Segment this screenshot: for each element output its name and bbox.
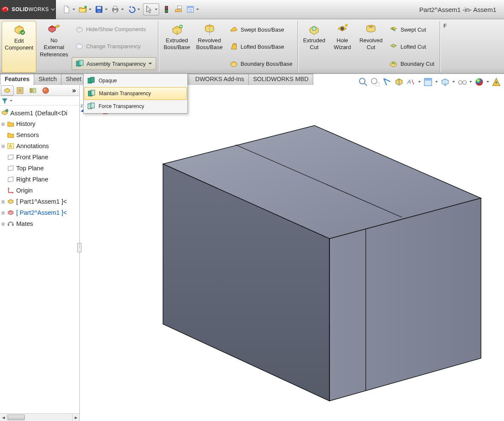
revolved-boss-button[interactable]: Revolved Boss/Base xyxy=(194,21,225,73)
view-settings-button[interactable] xyxy=(491,77,501,87)
chevron-down-icon[interactable] xyxy=(154,8,158,11)
edit-component-button[interactable]: Edit Component xyxy=(2,21,36,73)
tree-label: Mates xyxy=(16,220,33,227)
tree-item-origin[interactable]: Origin xyxy=(1,185,79,196)
apply-scene-button[interactable] xyxy=(474,77,484,87)
chevron-down-icon[interactable] xyxy=(196,8,199,11)
zoom-area-button[interactable] xyxy=(370,77,380,87)
revolved-cut-button[interactable]: Revolved Cut xyxy=(357,21,385,73)
extruded-cut-button[interactable]: Extruded Cut xyxy=(300,21,328,73)
cube-icon xyxy=(440,77,450,87)
fillet-button-partial[interactable]: F xyxy=(443,21,447,73)
chevron-down-icon[interactable] xyxy=(137,8,140,11)
chevron-down-icon[interactable] xyxy=(9,99,13,102)
tree-item-right-plane[interactable]: Right Plane xyxy=(1,174,79,185)
edit-appearance-button[interactable] xyxy=(457,77,467,87)
boundary-boss-label: Boundary Boss/Base xyxy=(241,61,292,67)
fm-horizontal-scrollbar[interactable]: ◂ ▸ xyxy=(0,413,79,421)
triad-z-label: z xyxy=(81,103,83,108)
boundary-boss-button[interactable]: Boundary Boss/Base xyxy=(226,58,296,70)
assembly-transparency-button[interactable]: Assembly Transparency xyxy=(72,57,157,70)
panel-resize-handle[interactable]: ··· xyxy=(77,243,82,252)
tree-item-part2[interactable]: ⊞[ Part2^Assem1 ]< xyxy=(1,207,79,218)
svg-point-20 xyxy=(341,27,344,30)
no-ext-ref-label: No External References xyxy=(40,37,68,58)
boundary-cut-button[interactable]: Boundary Cut xyxy=(386,58,438,70)
cursor-icon xyxy=(144,5,154,14)
tab-features[interactable]: Features xyxy=(0,74,34,85)
tree-item-top-plane[interactable]: Top Plane xyxy=(1,163,79,174)
title-bar: SOLIDWORKS xyxy=(0,0,504,19)
logo-dropdown-icon[interactable] xyxy=(51,7,55,12)
no-external-references-button[interactable]: No External References xyxy=(37,21,70,73)
chevron-down-icon[interactable] xyxy=(452,81,455,83)
display-manager-icon xyxy=(42,87,50,94)
extruded-boss-icon xyxy=(170,23,184,36)
menu-force-transparency[interactable]: Force Transparency xyxy=(84,100,187,113)
fm-tab-config[interactable] xyxy=(26,85,39,96)
chevron-down-icon[interactable] xyxy=(418,81,421,83)
change-transparency-icon xyxy=(75,42,84,50)
chevron-down-icon[interactable] xyxy=(469,81,472,83)
tree-item-front-plane[interactable]: Front Plane xyxy=(1,152,79,163)
zoom-fit-icon xyxy=(358,77,368,87)
hide-show-components-button[interactable]: Hide/Show Components xyxy=(72,23,157,35)
scroll-left-arrow[interactable]: ◂ xyxy=(0,414,7,421)
qa-save[interactable] xyxy=(94,5,108,14)
lofted-cut-button[interactable]: Lofted Cut xyxy=(386,41,438,53)
tree-item-sensors[interactable]: Sensors xyxy=(1,129,79,140)
chevron-down-icon[interactable] xyxy=(105,8,108,11)
model-render xyxy=(80,85,504,421)
qa-options[interactable] xyxy=(186,5,199,14)
filter-icon[interactable] xyxy=(2,98,8,104)
ribbon-transparency-column: Hide/Show Components Change Transparency… xyxy=(72,21,157,73)
chevron-down-icon[interactable] xyxy=(121,8,124,11)
view-orientation-button[interactable]: A xyxy=(406,77,416,87)
qa-print[interactable] xyxy=(111,5,124,14)
qa-open[interactable] xyxy=(78,5,92,14)
display-style-button[interactable] xyxy=(423,77,433,87)
extruded-boss-button[interactable]: Extruded Boss/Base xyxy=(161,21,192,73)
menu-opaque[interactable]: Opaque xyxy=(84,74,187,87)
chevron-down-icon[interactable] xyxy=(88,8,92,11)
graphics-viewport[interactable]: y x z xyxy=(80,85,504,421)
menu-maintain-transparency[interactable]: Maintain Transparency xyxy=(84,87,187,100)
zoom-fit-button[interactable] xyxy=(358,77,368,87)
hide-show-items-button[interactable] xyxy=(440,77,450,87)
lofted-cut-icon xyxy=(389,42,398,51)
chevron-down-icon[interactable] xyxy=(435,81,438,83)
svg-rect-5 xyxy=(114,6,117,9)
fm-tab-property[interactable] xyxy=(14,85,26,96)
previous-view-button[interactable] xyxy=(382,77,392,87)
section-view-button[interactable] xyxy=(394,77,404,87)
svg-point-44 xyxy=(6,109,8,112)
scroll-right-arrow[interactable]: ▸ xyxy=(72,414,79,421)
fm-tab-display[interactable] xyxy=(39,85,52,96)
tree-item-annotations[interactable]: ⊞AAnnotations xyxy=(1,140,79,152)
tree-item-history[interactable]: ⊞History xyxy=(1,118,79,129)
qa-select[interactable] xyxy=(143,3,159,15)
fm-tabs-overflow[interactable]: » xyxy=(70,87,79,94)
tree-root[interactable]: Assem1 (Default<Di xyxy=(1,107,79,118)
swept-boss-button[interactable]: Swept Boss/Base xyxy=(226,23,296,35)
tree-item-part1[interactable]: ⊞[ Part1^Assem1 ]< xyxy=(1,196,79,207)
swept-cut-button[interactable]: Swept Cut xyxy=(386,23,438,35)
annotations-icon: A xyxy=(7,142,15,150)
fm-tab-tree[interactable] xyxy=(1,85,14,96)
revolved-cut-label: Revolved Cut xyxy=(359,37,382,51)
svg-rect-41 xyxy=(33,88,36,93)
change-transparency-button[interactable]: Change Transparency xyxy=(72,40,157,52)
tab-sketch[interactable]: Sketch xyxy=(34,74,61,85)
qa-rebuild[interactable] xyxy=(162,5,171,14)
qa-undo[interactable] xyxy=(127,5,140,14)
chevron-down-icon[interactable] xyxy=(486,81,489,83)
tab-mbd[interactable]: SOLIDWORKS MBD xyxy=(248,74,313,85)
boundary-cut-label: Boundary Cut xyxy=(400,61,434,67)
tree-item-mates[interactable]: ⊞Mates xyxy=(1,218,79,229)
qa-new[interactable] xyxy=(62,5,76,14)
qa-file-properties[interactable] xyxy=(174,5,183,14)
scroll-thumb[interactable] xyxy=(8,415,25,420)
chevron-down-icon[interactable] xyxy=(72,8,76,11)
lofted-boss-button[interactable]: Lofted Boss/Base xyxy=(226,41,296,53)
hole-wizard-button[interactable]: Hole Wizard xyxy=(329,21,356,73)
